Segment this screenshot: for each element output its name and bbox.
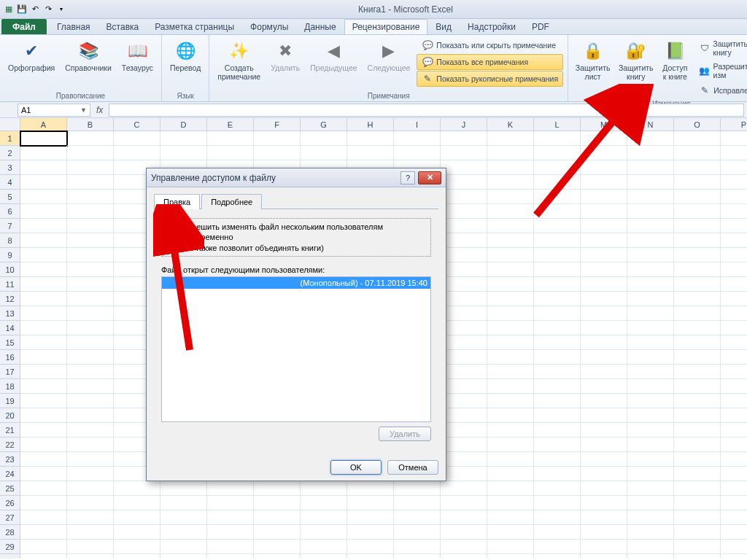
allow-multiuser-checkbox[interactable] [165,222,174,232]
cell[interactable] [581,510,627,525]
translate-button[interactable]: 🌐 Перевод [166,37,204,75]
cell[interactable] [347,131,394,146]
cell[interactable] [674,190,721,204]
cell[interactable] [487,190,534,204]
cell[interactable] [534,219,581,233]
cell[interactable] [487,408,534,423]
row-header-12[interactable]: 12 [0,292,20,306]
cell[interactable] [721,321,747,335]
cell[interactable] [627,540,674,554]
col-header-J[interactable]: J [441,118,487,131]
cell[interactable] [487,525,534,540]
cell[interactable] [674,204,721,219]
cell[interactable] [441,204,487,219]
cell[interactable] [581,292,627,306]
cell[interactable] [487,292,534,306]
delete-comment-button[interactable]: ✖ Удалить [267,37,303,75]
cell[interactable] [627,350,674,365]
name-box[interactable]: A1 ▼ [18,104,90,117]
cell[interactable] [581,554,627,559]
delete-user-button[interactable]: Удалить [379,427,431,441]
cell[interactable] [67,408,114,423]
cell[interactable] [721,175,747,190]
cell[interactable] [534,525,581,540]
cell[interactable] [534,204,581,219]
col-header-A[interactable]: A [20,118,67,131]
cell[interactable] [254,554,301,559]
cell[interactable] [721,423,747,438]
cell[interactable] [534,452,581,467]
cell[interactable] [67,423,114,438]
cell[interactable] [67,540,114,554]
col-header-O[interactable]: O [674,118,721,131]
row-header-5[interactable]: 5 [0,190,20,204]
cell[interactable] [534,131,581,146]
protect-share-button[interactable]: 🛡 Защитить книгу [694,37,747,59]
cell[interactable] [20,510,67,525]
cancel-button[interactable]: Отмена [387,460,438,475]
cell[interactable] [487,277,534,292]
save-icon[interactable]: 💾 [16,4,28,15]
cell[interactable] [301,525,347,540]
cell[interactable] [581,219,627,233]
tab-data[interactable]: Данные [296,19,344,34]
cell[interactable] [67,262,114,277]
allow-ranges-button[interactable]: 👥 Разрешить изм [694,60,747,82]
cell[interactable] [534,262,581,277]
cell[interactable] [627,481,674,496]
cell[interactable] [627,554,674,559]
cell[interactable] [20,160,67,175]
cell[interactable] [207,131,254,146]
cell[interactable] [20,554,67,559]
cell[interactable] [487,438,534,452]
cell[interactable] [721,160,747,175]
cell[interactable] [67,292,114,306]
cell[interactable] [534,510,581,525]
cell[interactable] [534,540,581,554]
cell[interactable] [347,146,394,160]
cell[interactable] [67,160,114,175]
cell[interactable] [534,248,581,262]
cell[interactable] [347,540,394,554]
cell[interactable] [487,321,534,335]
col-header-H[interactable]: H [347,118,394,131]
cell[interactable] [581,525,627,540]
col-header-F[interactable]: F [254,118,301,131]
cell[interactable] [721,481,747,496]
cell[interactable] [301,554,347,559]
cell[interactable] [67,394,114,408]
cell[interactable] [581,233,627,248]
cell[interactable] [721,438,747,452]
row-header-9[interactable]: 9 [0,248,20,262]
cell[interactable] [394,554,441,559]
cell[interactable] [674,540,721,554]
cell[interactable] [160,554,207,559]
cell[interactable] [627,438,674,452]
cell[interactable] [441,496,487,510]
cell[interactable] [581,467,627,481]
cell[interactable] [721,262,747,277]
row-header-24[interactable]: 24 [0,467,20,481]
cell[interactable] [114,554,160,559]
cell[interactable] [394,525,441,540]
cell[interactable] [627,496,674,510]
cell[interactable] [441,423,487,438]
cell[interactable] [581,394,627,408]
cell[interactable] [67,496,114,510]
row-header-11[interactable]: 11 [0,277,20,292]
cell[interactable] [674,219,721,233]
cell[interactable] [487,262,534,277]
cell[interactable] [674,350,721,365]
cell[interactable] [627,146,674,160]
cell[interactable] [487,496,534,510]
cell[interactable] [207,554,254,559]
cell[interactable] [674,146,721,160]
cell[interactable] [67,365,114,379]
cell[interactable] [394,481,441,496]
cell[interactable] [487,554,534,559]
cell[interactable] [254,510,301,525]
cell[interactable] [534,160,581,175]
tab-insert[interactable]: Вставка [98,19,147,34]
cell[interactable] [721,467,747,481]
cell[interactable] [674,262,721,277]
